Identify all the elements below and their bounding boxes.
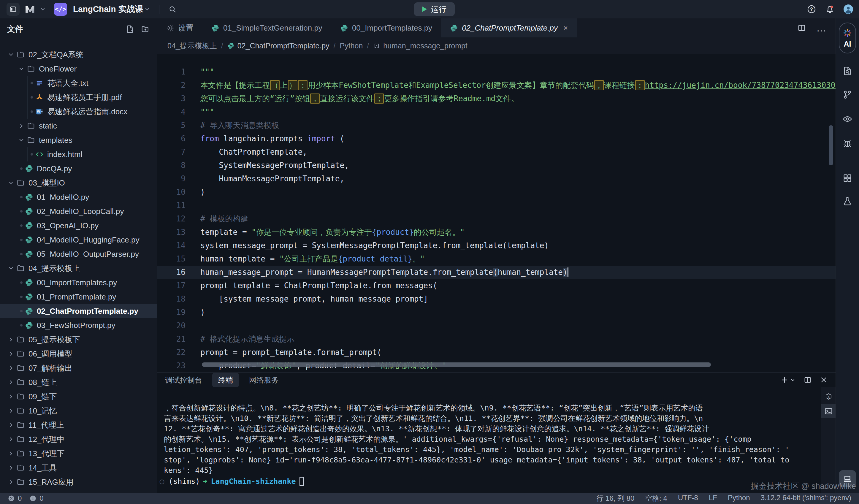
product-logo[interactable] <box>24 4 46 15</box>
close-panel-icon[interactable] <box>819 376 828 384</box>
tree-item[interactable]: 易速鲜花员工手册.pdf <box>0 90 157 105</box>
code-line[interactable]: 1""" <box>157 65 835 79</box>
code-line[interactable]: 16human_message_prompt = HumanMessagePro… <box>157 266 835 279</box>
tree-item[interactable]: 07_解析输出 <box>0 361 157 375</box>
project-switcher[interactable]: LangChain 实战课 <box>71 3 150 15</box>
code-line[interactable]: 7 ChatPromptTemplate, <box>157 146 835 159</box>
tree-item[interactable]: 06_调用模型 <box>0 347 157 361</box>
code-line[interactable]: 14system_message_prompt = SystemMessageP… <box>157 239 835 252</box>
problems-indicator[interactable]: 0 0 <box>8 494 48 503</box>
new-file-icon[interactable] <box>125 25 134 33</box>
terminal-output[interactable]: ，符合创新鲜花设计的特点。\n8. **花之创艺坊**: 明确了公司专注于鲜花创… <box>157 387 821 493</box>
code-editor[interactable]: 1"""2本文件是【提示工程（上）：用少样本FewShotTemplate和Ex… <box>157 54 835 372</box>
tree-item[interactable]: 04_提示模板上 <box>0 261 157 275</box>
code-line[interactable]: 5# 导入聊天消息类模板 <box>157 119 835 132</box>
code-line[interactable]: 3您可以点击最上方的“运行”按钮，直接运行该文件；更多操作指引请参考Readme… <box>157 92 835 105</box>
shell-env-item[interactable]: $ <box>821 390 835 404</box>
tree-item[interactable]: 11_代理上 <box>0 418 157 432</box>
code-line[interactable]: 18 [system_message_prompt, human_message… <box>157 292 835 306</box>
code-line[interactable]: 12# 模板的构建 <box>157 212 835 226</box>
code-line[interactable]: 8 SystemMessagePromptTemplate, <box>157 159 835 172</box>
tree-item[interactable]: 05_ModelIO_OutputParser.py <box>0 247 157 261</box>
tree-item[interactable]: 15_RAG应用 <box>0 475 157 489</box>
test-flask-icon[interactable] <box>842 196 853 206</box>
tree-item[interactable]: 10_记忆 <box>0 404 157 418</box>
tree-item[interactable]: 05_提示模板下 <box>0 333 157 347</box>
source-control-icon[interactable] <box>842 90 853 100</box>
split-terminal-icon[interactable] <box>803 376 812 384</box>
tree-item[interactable]: templates <box>0 133 157 147</box>
tree-item[interactable]: 03_OpenAI_IO.py <box>0 218 157 233</box>
code-line[interactable]: 2本文件是【提示工程（上）：用少样本FewShotTemplate和Exampl… <box>157 79 835 92</box>
new-terminal-button[interactable] <box>780 376 796 384</box>
tree-item[interactable]: 03_模型IO <box>0 176 157 190</box>
editor-tab[interactable]: 00_ImportTemplates.py <box>331 18 441 37</box>
tree-item[interactable]: static <box>0 119 157 133</box>
tree-item[interactable]: 14_工具 <box>0 461 157 475</box>
code-line[interactable]: 9 HumanMessagePromptTemplate, <box>157 172 835 185</box>
notifications-icon[interactable] <box>825 4 835 14</box>
tree-item[interactable]: 02_ModelIO_LoopCall.py <box>0 204 157 218</box>
file-search-icon[interactable] <box>842 66 853 76</box>
tree-item[interactable]: 09_链下 <box>0 390 157 404</box>
run-button[interactable]: 运行 <box>414 2 455 16</box>
tree-item[interactable]: 03_FewShotPrompt.py <box>0 318 157 333</box>
code-line[interactable]: 10) <box>157 185 835 199</box>
tree-item[interactable]: 13_代理下 <box>0 446 157 461</box>
more-actions-icon[interactable]: … <box>816 25 827 31</box>
split-editor-icon[interactable] <box>797 24 806 32</box>
code-line[interactable]: 21# 格式化提示消息生成提示 <box>157 333 835 346</box>
editor-tab[interactable]: 01_SimpleTextGeneration.py <box>202 18 331 37</box>
search-icon[interactable] <box>168 5 177 13</box>
tree-item[interactable]: 08_链上 <box>0 375 157 390</box>
status-item[interactable]: Python <box>728 494 750 503</box>
tree-item[interactable]: 00_ImportTemplates.py <box>0 275 157 290</box>
status-item[interactable]: LF <box>709 494 717 503</box>
code-line[interactable]: 4""" <box>157 105 835 119</box>
tree-item[interactable]: 04_ModelIO_HuggingFace.py <box>0 233 157 247</box>
status-item[interactable]: UTF-8 <box>678 494 698 503</box>
code-line[interactable]: 6from langchain.prompts import ( <box>157 132 835 146</box>
debug-bug-icon[interactable] <box>842 138 853 149</box>
tree-item[interactable]: index.html <box>0 147 157 162</box>
tree-item[interactable]: 花语大全.txt <box>0 76 157 90</box>
tree-item[interactable]: 12_代理中 <box>0 432 157 446</box>
tab-terminal[interactable]: 终端 <box>212 373 239 387</box>
tree-item[interactable]: 02_ChatPromptTemplate.py <box>0 304 157 318</box>
sidebar-toggle-button[interactable] <box>6 3 19 16</box>
extensions-icon[interactable] <box>842 173 853 183</box>
breadcrumb-item[interactable]: 04_提示模板上 <box>167 41 217 51</box>
tree-item[interactable]: 01_PromptTemplate.py <box>0 290 157 304</box>
code-line[interactable]: 22prompt = prompt_template.format_prompt… <box>157 346 835 359</box>
code-line[interactable]: 19) <box>157 306 835 319</box>
ai-assistant-button[interactable]: AI <box>839 22 856 54</box>
code-line[interactable]: 15human_template = "公司主打产品是{product_deta… <box>157 252 835 266</box>
code-line[interactable]: 17prompt_template = ChatPromptTemplate.f… <box>157 279 835 292</box>
breadcrumb-item[interactable]: human_message_prompt <box>373 42 467 50</box>
status-item[interactable]: 空格: 4 <box>645 494 667 503</box>
code-line[interactable]: 20 <box>157 319 835 333</box>
tab-network-service[interactable]: 网络服务 <box>249 375 279 385</box>
code-line[interactable]: 13template = "你是一位专业顾问，负责为专注于{product}的公… <box>157 226 835 239</box>
close-icon[interactable]: × <box>563 24 568 33</box>
status-item[interactable]: 3.12.2 64-bit ('shims': pyenv) <box>761 494 851 503</box>
help-icon[interactable]: ? <box>807 4 816 14</box>
watch-eye-icon[interactable] <box>842 114 853 124</box>
code-line[interactable]: 11 <box>157 199 835 212</box>
tree-item[interactable]: 02_文档QA系统 <box>0 47 157 62</box>
new-folder-icon[interactable] <box>141 25 150 33</box>
tree-item[interactable]: DocQA.py <box>0 162 157 176</box>
avatar[interactable] <box>844 4 853 14</box>
tree-item[interactable]: OneFlower <box>0 62 157 76</box>
editor-tab[interactable]: 设置 <box>157 18 202 37</box>
breadcrumb-item[interactable]: Python <box>340 42 363 50</box>
terminal-instance-item[interactable] <box>821 404 835 418</box>
breadcrumb-item[interactable]: 02_ChatPromptTemplate.py <box>227 42 330 50</box>
tab-debug-console[interactable]: 调试控制台 <box>165 375 202 385</box>
horizontal-scrollbar[interactable] <box>202 363 711 367</box>
vertical-scrollbar[interactable] <box>829 125 833 165</box>
tree-item[interactable]: 01_ModelIO.py <box>0 190 157 204</box>
tree-item[interactable]: W易速鲜花运营指南.docx <box>0 105 157 119</box>
editor-tab[interactable]: 02_ChatPromptTemplate.py× <box>441 18 577 37</box>
status-item[interactable]: 行 16, 列 80 <box>596 494 634 503</box>
